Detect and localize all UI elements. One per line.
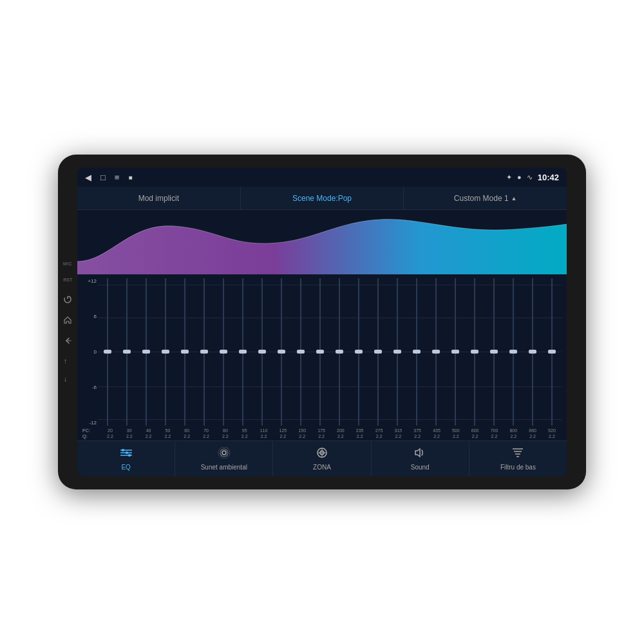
slider-col-275[interactable] [368, 277, 388, 427]
slider-handle-275[interactable] [374, 350, 382, 354]
bottom-nav-sound[interactable]: Sound [372, 441, 469, 477]
svg-point-9 [128, 454, 131, 457]
tab-custom-mode[interactable]: Custom Mode 1 ▲ [404, 187, 567, 209]
bottom-nav-filtru[interactable]: Filtru de bas [469, 441, 567, 477]
slider-col-175[interactable] [310, 277, 330, 427]
custom-mode-triangle: ▲ [511, 195, 517, 202]
zona-icon [315, 447, 329, 462]
freq-q-rows: FC:2030405060708095110125150175200235275… [82, 428, 562, 439]
tab-mod-implicit[interactable]: Mod implicit [77, 187, 241, 209]
home-button[interactable] [63, 316, 72, 325]
rst-label: RST [63, 278, 72, 282]
slider-handle-125[interactable] [278, 350, 285, 354]
fc-row: FC:2030405060708095110125150175200235275… [82, 428, 562, 433]
eq-sliders-container [98, 277, 562, 427]
eq-icon [119, 447, 133, 462]
bottom-nav-ambient[interactable]: Sunet ambiental [175, 441, 273, 477]
time-display: 10:42 [538, 173, 559, 182]
svg-point-7 [122, 449, 124, 451]
q-row: Q:2.22.22.22.22.22.22.22.22.22.22.22.22.… [82, 433, 562, 439]
slider-handle-40[interactable] [142, 350, 150, 354]
slider-col-200[interactable] [330, 277, 349, 427]
slider-handle-95[interactable] [239, 350, 247, 354]
zona-label: ZONA [313, 464, 331, 471]
eq-label: EQ [121, 464, 130, 471]
svg-point-11 [220, 449, 228, 457]
bottom-nav-eq[interactable]: EQ [77, 441, 175, 477]
slider-handle-150[interactable] [297, 350, 305, 354]
home-nav-icon[interactable]: □ [100, 173, 106, 182]
filtru-label: Filtru de bas [500, 464, 536, 471]
slider-col-435[interactable] [426, 277, 446, 427]
slider-col-50[interactable] [156, 277, 175, 427]
ambient-label: Sunet ambiental [201, 464, 247, 471]
mic-label: MIC [63, 261, 72, 266]
slider-col-920[interactable] [542, 277, 562, 427]
slider-handle-235[interactable] [355, 350, 363, 354]
slider-handle-200[interactable] [336, 350, 343, 354]
slider-col-125[interactable] [272, 277, 291, 427]
slider-col-500[interactable] [446, 277, 465, 427]
slider-handle-20[interactable] [104, 350, 111, 354]
device: MIC RST ↑ [58, 155, 586, 489]
sound-icon [413, 447, 427, 462]
slider-col-235[interactable] [349, 277, 368, 427]
vol-down-button[interactable]: ↓ [63, 375, 72, 383]
power-button[interactable] [63, 295, 72, 304]
status-bar: ◀ □ ≡ ■ ✦ ● ∿ 10:42 [77, 167, 567, 187]
location-icon: ● [517, 173, 522, 181]
slider-handle-435[interactable] [432, 350, 440, 354]
svg-text:↑: ↑ [64, 357, 68, 365]
eq-grid: +12 6 0 -6 -12 [82, 277, 562, 427]
slider-col-40[interactable] [137, 277, 156, 427]
slider-col-600[interactable] [465, 277, 484, 427]
bluetooth-icon: ✦ [506, 173, 512, 182]
slider-handle-375[interactable] [413, 350, 421, 354]
slider-handle-600[interactable] [471, 350, 478, 354]
recent-nav-icon[interactable]: ■ [128, 174, 132, 181]
slider-handle-50[interactable] [162, 350, 169, 354]
screen: ◀ □ ≡ ■ ✦ ● ∿ 10:42 Mod implicit Scene M… [77, 167, 567, 477]
slider-handle-315[interactable] [393, 350, 401, 354]
nav-buttons: ◀ □ ≡ ■ [85, 173, 500, 182]
bottom-nav-zona[interactable]: ZONA [273, 441, 371, 477]
tab-scene-mode[interactable]: Scene Mode:Pop [241, 187, 404, 209]
slider-handle-500[interactable] [451, 350, 459, 354]
slider-handle-175[interactable] [316, 350, 324, 354]
slider-handle-60[interactable] [181, 350, 189, 354]
vol-up-button[interactable]: ↑ [63, 357, 72, 365]
eq-level-labels: +12 6 0 -6 -12 [82, 277, 98, 427]
svg-text:↓: ↓ [64, 375, 68, 383]
slider-handle-70[interactable] [200, 350, 208, 354]
slider-handle-110[interactable] [258, 350, 266, 354]
wifi-icon: ∿ [527, 173, 533, 182]
menu-nav-icon[interactable]: ≡ [115, 173, 120, 182]
slider-col-375[interactable] [407, 277, 426, 427]
slider-col-30[interactable] [117, 277, 137, 427]
svg-point-10 [222, 451, 226, 455]
slider-handle-30[interactable] [123, 350, 131, 354]
back-button[interactable] [63, 336, 72, 345]
slider-col-95[interactable] [233, 277, 252, 427]
slider-col-20[interactable] [98, 277, 117, 427]
slider-col-860[interactable] [523, 277, 542, 427]
slider-col-800[interactable] [504, 277, 523, 427]
slider-handle-860[interactable] [529, 350, 536, 354]
slider-handle-800[interactable] [509, 350, 517, 354]
slider-col-315[interactable] [388, 277, 407, 427]
back-nav-icon[interactable]: ◀ [85, 173, 91, 182]
slider-handle-920[interactable] [548, 350, 556, 354]
slider-handle-700[interactable] [490, 350, 498, 354]
slider-col-80[interactable] [214, 277, 233, 427]
sound-label: Sound [411, 464, 430, 471]
ambient-icon [217, 447, 231, 462]
slider-col-70[interactable] [194, 277, 214, 427]
status-right: ✦ ● ∿ 10:42 [506, 173, 559, 182]
slider-col-700[interactable] [484, 277, 504, 427]
slider-col-110[interactable] [252, 277, 272, 427]
slider-col-60[interactable] [175, 277, 194, 427]
slider-handle-80[interactable] [220, 350, 227, 354]
eq-sliders-area: +12 6 0 -6 -12 [77, 274, 567, 440]
bottom-nav: EQ Sunet ambiental [77, 440, 567, 477]
slider-col-150[interactable] [291, 277, 310, 427]
